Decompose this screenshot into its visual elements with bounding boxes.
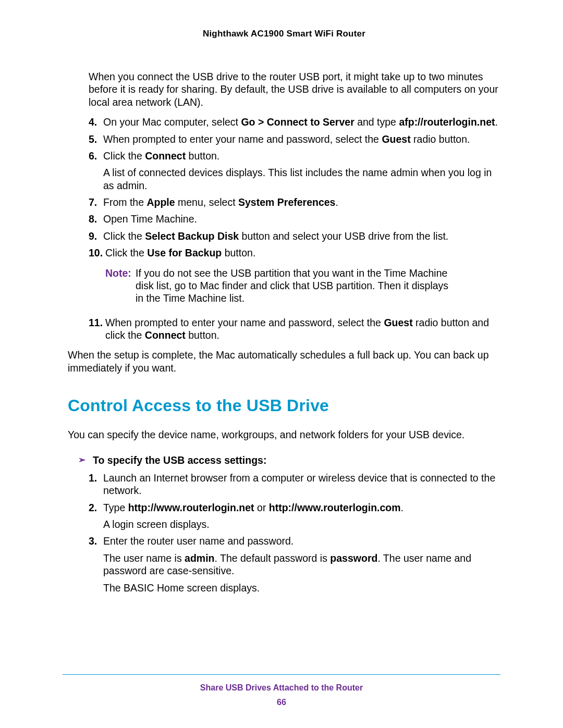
section-heading: Control Access to the USB Drive [68,395,500,416]
step-text: Open Time Machine. [103,213,500,225]
step-text: Type http://www.routerlogin.net or http:… [103,501,500,514]
step-body: Open Time Machine. [103,213,500,225]
task-heading-text: To specify the USB access settings: [93,454,266,466]
step-number: 11. [89,316,105,342]
step-item: 11.When prompted to enter your name and … [89,316,500,342]
step-number: 8. [89,213,103,225]
step-number: 3. [89,535,103,594]
step-item: 9.Click the Select Backup Disk button an… [89,230,500,242]
step-number: 6. [89,150,103,192]
note-label: Note: [105,267,136,305]
step-text: When prompted to enter your name and pas… [103,133,500,145]
step-text: Enter the router user name and password. [103,535,500,547]
step-item: 5.When prompted to enter your name and p… [89,133,500,145]
step-number: 7. [89,196,103,208]
step-body: Click the Connect button.A list of conne… [103,150,500,192]
step-body: When prompted to enter your name and pas… [105,316,500,342]
step-text: From the Apple menu, select System Prefe… [103,196,500,208]
step-number: 1. [89,472,103,497]
step-body: When prompted to enter your name and pas… [103,133,500,145]
page-footer: Share USB Drives Attached to the Router … [63,674,500,707]
arrow-icon: ➢ [78,454,85,466]
step-body: On your Mac computer, select Go > Connec… [103,116,500,128]
steps-list-b: 1.Launch an Internet browser from a comp… [89,472,500,594]
step-body: Launch an Internet browser from a comput… [103,472,500,497]
step-item: 4.On your Mac computer, select Go > Conn… [89,116,500,128]
step-item: 6.Click the Connect button.A list of con… [89,150,500,192]
note-block: Note:If you do not see the USB partition… [105,267,500,305]
step-after-text: The user name is admin. The default pass… [103,552,500,577]
step-item: 7.From the Apple menu, select System Pre… [89,196,500,208]
footer-rule [63,674,500,675]
step-number: 10. [89,246,105,312]
step-item: 8.Open Time Machine. [89,213,500,225]
step-number: 2. [89,501,103,531]
page-header-title: Nighthawk AC1900 Smart WiFi Router [68,29,500,39]
step-number: 5. [89,133,103,145]
step-item: 1.Launch an Internet browser from a comp… [89,472,500,497]
step-text: On your Mac computer, select Go > Connec… [103,116,500,128]
step-text: Click the Connect button. [103,150,500,162]
section-intro: You can specify the device name, workgro… [68,428,500,441]
step-item: 10.Click the Use for Backup button.Note:… [89,246,500,312]
step-body: Enter the router user name and password.… [103,535,500,594]
conclusion-paragraph: When the setup is complete, the Mac auto… [68,349,500,374]
step-text: Click the Use for Backup button. [105,246,500,259]
step-text: When prompted to enter your name and pas… [105,316,500,342]
steps-list-a: 4.On your Mac computer, select Go > Conn… [89,116,500,341]
step-text: Click the Select Backup Disk button and … [103,230,500,242]
step-item: 2.Type http://www.routerlogin.net or htt… [89,501,500,531]
page-content: When you connect the USB drive to the ro… [68,70,500,594]
intro-paragraph: When you connect the USB drive to the ro… [89,70,500,108]
step-number: 9. [89,230,103,242]
step-body: Type http://www.routerlogin.net or http:… [103,501,500,531]
footer-chapter: Share USB Drives Attached to the Router [63,683,500,693]
step-after-text: A login screen displays. [103,518,500,530]
step-body: Click the Select Backup Disk button and … [103,230,500,242]
footer-page-number: 66 [63,698,500,707]
step-body: From the Apple menu, select System Prefe… [103,196,500,208]
note-text: If you do not see the USB partition that… [136,267,500,305]
step-item: 3.Enter the router user name and passwor… [89,535,500,594]
step-after-text: A list of connected devices displays. Th… [103,166,500,192]
step-number: 4. [89,116,103,128]
task-heading: ➢ To specify the USB access settings: [78,454,500,466]
step-after-text-2: The BASIC Home screen displays. [103,582,500,594]
step-body: Click the Use for Backup button.Note:If … [105,246,500,312]
step-text: Launch an Internet browser from a comput… [103,472,500,497]
document-page: Nighthawk AC1900 Smart WiFi Router When … [0,0,563,728]
